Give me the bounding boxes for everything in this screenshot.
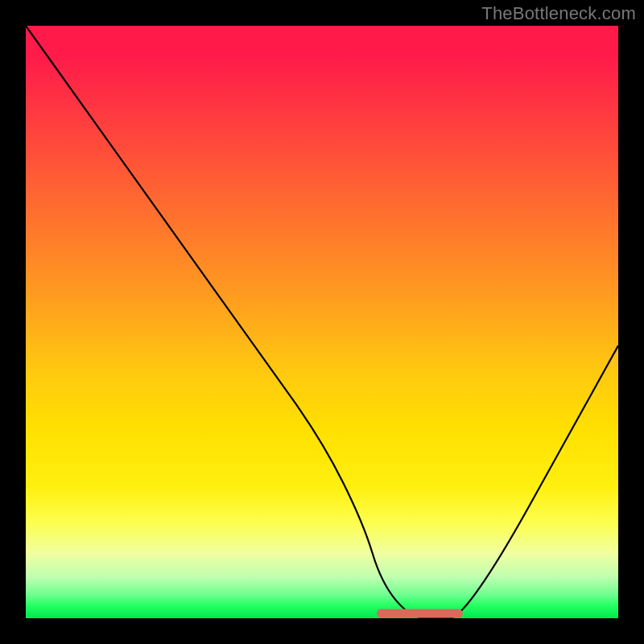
curve-layer <box>26 26 618 618</box>
bottleneck-curve <box>26 26 618 618</box>
plot-area <box>26 26 618 618</box>
chart-frame: TheBottleneck.com <box>0 0 644 644</box>
watermark-text: TheBottleneck.com <box>481 3 636 24</box>
